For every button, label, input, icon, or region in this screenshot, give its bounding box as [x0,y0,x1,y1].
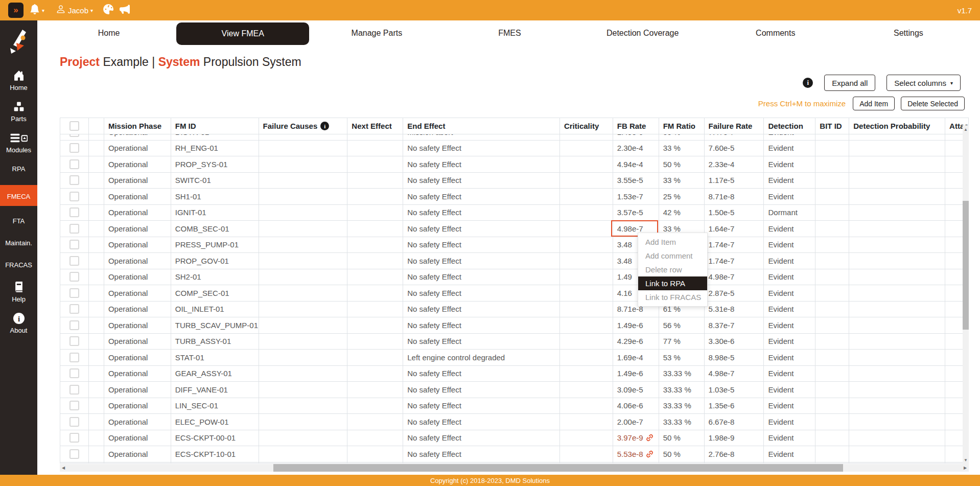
cell-frate[interactable]: 8.37e-7 [704,317,764,333]
cell-end[interactable]: No safety Effect [403,141,559,156]
cell-fb[interactable]: 2.30e-4 [613,141,659,156]
cell-crit[interactable] [559,382,613,398]
cell-crit[interactable] [559,334,613,350]
sidebar-item-fmeca[interactable]: FMECA [0,185,37,206]
cell-sel[interactable] [60,253,88,269]
cell-fb[interactable]: 3.55e-5 [613,173,659,189]
cell-ratio[interactable] [659,462,704,464]
cell-det[interactable]: Evident [763,350,815,365]
cell-bit[interactable] [815,366,849,382]
cell-fmid[interactable]: SH2-01 [171,269,259,285]
cell-det[interactable]: Evident [763,237,815,253]
row-checkbox[interactable] [69,417,79,427]
cell-det[interactable] [763,462,815,464]
cell-dprob[interactable] [849,253,945,269]
cell-dprob[interactable] [849,285,945,301]
cell-frate[interactable]: 1.03e-5 [704,382,764,398]
cell-end[interactable]: No safety Effect [403,446,559,462]
cell-fmid[interactable] [171,462,259,464]
cell-phase[interactable]: Operational [104,302,171,317]
cell-dprob[interactable] [849,141,945,156]
cell-bit[interactable] [815,253,849,269]
cell-crit[interactable] [559,205,613,221]
tab-manage-parts[interactable]: Manage Parts [310,20,443,46]
cell-exp[interactable] [88,317,104,333]
cell-sel[interactable] [60,350,88,365]
cell-next[interactable] [347,462,403,464]
cell-crit[interactable] [559,446,613,462]
cell-crit[interactable] [559,398,613,414]
cell-next[interactable] [347,285,403,301]
cell-end[interactable]: No safety Effect [403,398,559,414]
cell-causes[interactable] [259,414,347,430]
sidebar-item-modules[interactable]: Modules [0,132,37,154]
row-checkbox[interactable] [69,288,79,298]
cell-fmid[interactable]: STAT-01 [171,350,259,365]
cell-exp[interactable] [88,134,104,140]
cell-crit[interactable] [559,156,613,172]
cell-causes[interactable] [259,221,347,237]
cell-crit[interactable] [559,253,613,269]
cell-end[interactable] [403,462,559,464]
cell-fmid[interactable]: ECS-CKPT-10-01 [171,446,259,462]
cell-next[interactable] [347,173,403,189]
cell-causes[interactable] [259,302,347,317]
cell-dprob[interactable] [849,366,945,382]
cell-dprob[interactable] [849,302,945,317]
cell-det[interactable]: Evident [763,317,815,333]
cell-causes[interactable] [259,382,347,398]
cell-causes[interactable] [259,366,347,382]
cell-bit[interactable] [815,189,849,204]
cell-frate[interactable]: 1.74e-7 [704,253,764,269]
cell-fmid[interactable]: OIL_INLET-01 [171,302,259,317]
cell-crit[interactable] [559,221,613,237]
cell-sel[interactable] [60,382,88,398]
cell-ratio[interactable]: 42 % [659,205,704,221]
cell-fmid[interactable]: TURB_SCAV_PUMP-01 [171,317,259,333]
cell-frate[interactable]: 8.98e-5 [704,350,764,365]
cell-dprob[interactable] [849,134,945,140]
cell-dprob[interactable] [849,430,945,446]
cell-ratio[interactable]: 50 % [659,156,704,172]
row-checkbox[interactable] [69,143,79,153]
cell-next[interactable] [347,302,403,317]
cell-sel[interactable] [60,302,88,317]
cell-phase[interactable]: Operational [104,366,171,382]
cell-exp[interactable] [88,253,104,269]
cell-phase[interactable]: Operational [104,382,171,398]
cell-crit[interactable] [559,414,613,430]
cell-next[interactable] [347,414,403,430]
cell-fmid[interactable]: PROP_GOV-01 [171,253,259,269]
cell-fmid[interactable]: SH1-01 [171,189,259,204]
cell-sel[interactable] [60,285,88,301]
cell-ratio[interactable]: 33.33 % [659,414,704,430]
row-checkbox[interactable] [69,433,79,443]
cell-end[interactable]: No safety Effect [403,334,559,350]
cell-exp[interactable] [88,269,104,285]
cell-fmid[interactable]: COMB_SEC-01 [171,221,259,237]
cell-exp[interactable] [88,221,104,237]
cell-phase[interactable]: Operational [104,446,171,462]
row-checkbox[interactable] [69,353,79,362]
cell-ratio[interactable]: 33.33 % [659,366,704,382]
cell-fb[interactable]: 3.97e-9 [613,430,659,446]
cell-frate[interactable]: 1.74e-7 [704,237,764,253]
cell-sel[interactable] [60,414,88,430]
cell-exp[interactable] [88,156,104,172]
cell-next[interactable] [347,350,403,365]
cell-frate[interactable]: 2.87e-5 [704,285,764,301]
row-checkbox[interactable] [69,159,79,169]
cell-dprob[interactable] [849,382,945,398]
row-checkbox[interactable] [69,175,79,185]
tab-comments[interactable]: Comments [709,20,842,46]
cell-causes[interactable] [259,237,347,253]
cell-ratio[interactable]: 33 % [659,141,704,156]
scroll-down-arrow-icon[interactable]: ▼ [963,457,969,463]
row-checkbox[interactable] [69,272,79,282]
cell-phase[interactable]: Operational [104,398,171,414]
cell-next[interactable] [347,430,403,446]
cell-fb[interactable]: 5.53e-8 [613,446,659,462]
cell-frate[interactable]: 7.47e-7 [704,134,764,140]
cell-exp[interactable] [88,141,104,156]
cell-det[interactable]: Evident [763,189,815,204]
